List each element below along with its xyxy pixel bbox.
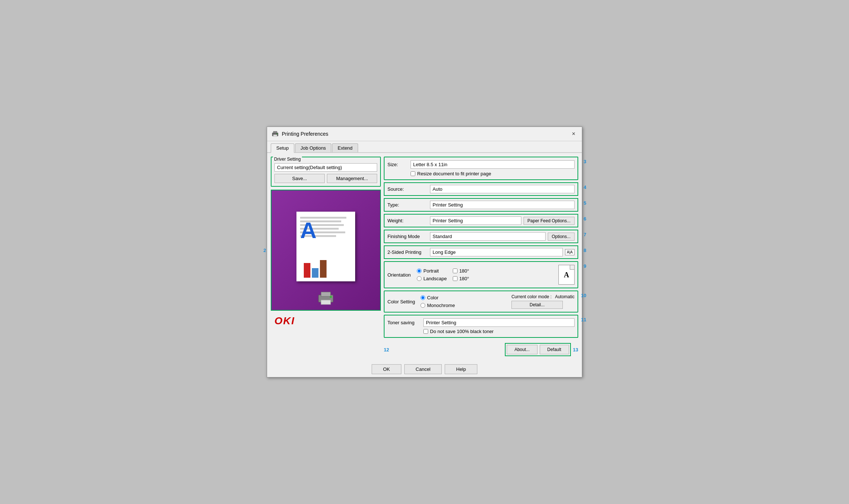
orientation-inner: Orientation Portrait Landscape	[387, 265, 575, 285]
tabs-bar: Setup Job Options Extend	[267, 141, 582, 153]
toner-section: Toner saving Printer Setting Do not save…	[384, 315, 578, 338]
color-section-wrapper: 10 Color Setting Color Monochrome	[384, 291, 578, 313]
finishing-dropdown[interactable]: Standard	[430, 232, 546, 241]
size-label: Size:	[387, 162, 408, 167]
toner-top-row: Toner saving Printer Setting	[387, 318, 575, 327]
ok-button[interactable]: OK	[372, 364, 401, 374]
landscape-label: Landscape	[423, 276, 447, 281]
two-sided-section-wrapper: 8 2-Sided Printing Long Edge A|A	[384, 245, 578, 259]
color-setting-label: Color Setting	[387, 299, 420, 304]
tab-setup[interactable]: Setup	[271, 143, 294, 153]
main-content: Driver Setting Current setting(Default s…	[267, 153, 582, 361]
toner-checkbox-label: Do not save 100% black toner	[430, 329, 493, 334]
color-inner: Color Setting Color Monochrome	[387, 294, 575, 309]
portrait-radio[interactable]	[417, 269, 422, 273]
footer-buttons: OK Cancel Help	[267, 361, 582, 377]
two-sided-label: 2-Sided Printing	[387, 249, 428, 255]
mono-label: Monochrome	[427, 303, 455, 308]
about-button[interactable]: About...	[507, 345, 537, 354]
two-sided-icon: A|A	[565, 249, 575, 255]
portrait-180-text: 180°	[459, 268, 469, 274]
source-section-wrapper: 4 Source: Auto	[384, 182, 578, 196]
oki-logo-area: OKI	[271, 314, 381, 328]
landscape-180-checkbox[interactable]	[453, 276, 458, 281]
section-number-5: 5	[584, 200, 586, 206]
color-detail-button[interactable]: Detail...	[511, 301, 563, 309]
landscape-180-label[interactable]: 180°	[453, 276, 469, 281]
two-sided-dropdown[interactable]: Long Edge	[430, 248, 563, 256]
orientation-letter: A	[564, 271, 569, 279]
color-radio-label[interactable]: Color	[420, 295, 455, 300]
management-button[interactable]: Management...	[327, 174, 377, 183]
current-color-mode-label: Current color mode :	[511, 294, 551, 299]
driver-setting-label: Driver Setting	[273, 157, 302, 162]
tab-job-options[interactable]: Job Options	[295, 143, 331, 152]
tab-extend[interactable]: Extend	[332, 143, 358, 152]
size-section-wrapper: 3 Size: Letter 8.5 x 11in Resize documen…	[384, 157, 578, 180]
oki-logo: OKI	[271, 313, 299, 329]
toner-label: Toner saving	[387, 320, 420, 325]
size-section: Size: Letter 8.5 x 11in Resize document …	[384, 157, 578, 180]
type-section: Type: Printer Setting	[384, 198, 578, 212]
title-bar: Printing Preferences ×	[267, 127, 582, 141]
printing-preferences-window: Printing Preferences × Setup Job Options…	[267, 127, 582, 377]
color-radio[interactable]	[420, 295, 425, 300]
finishing-section: Finishing Mode Standard Options...	[384, 230, 578, 243]
portrait-label: Portrait	[423, 268, 439, 274]
weight-section: Weight: Printer Setting Paper Feed Optio…	[384, 214, 578, 227]
section-number-2: 2	[263, 248, 266, 253]
type-label: Type:	[387, 202, 428, 208]
finishing-options-button[interactable]: Options...	[548, 233, 575, 241]
weight-section-wrapper: 6 Weight: Printer Setting Paper Feed Opt…	[384, 214, 578, 227]
preview-section: A	[271, 190, 381, 311]
section-number-9: 9	[584, 263, 586, 269]
paper-feed-options-button[interactable]: Paper Feed Options...	[524, 217, 575, 225]
close-button[interactable]: ×	[570, 130, 577, 138]
section-number-8: 8	[584, 248, 586, 253]
source-dropdown[interactable]: Auto	[430, 185, 575, 193]
driver-setting-dropdown[interactable]: Current setting(Default setting)	[274, 163, 377, 172]
color-right-info: Current color mode : Automatic Detail...	[511, 294, 575, 309]
resize-label: Resize document to fit printer page	[417, 171, 491, 176]
orientation-section: Orientation Portrait Landscape	[384, 261, 578, 288]
preview-letter-a: A	[300, 219, 317, 242]
left-panel: Driver Setting Current setting(Default s…	[271, 157, 381, 358]
portrait-radio-label[interactable]: Portrait	[417, 268, 447, 274]
toner-checkbox[interactable]	[423, 329, 428, 334]
save-button[interactable]: Save...	[274, 174, 325, 183]
type-dropdown[interactable]: Printer Setting	[430, 201, 575, 209]
mono-radio[interactable]	[420, 303, 425, 308]
window-title: Printing Preferences	[282, 131, 328, 137]
landscape-radio-label[interactable]: Landscape	[417, 276, 447, 281]
printer-icon	[272, 131, 279, 137]
cancel-button[interactable]: Cancel	[404, 364, 442, 374]
landscape-radio[interactable]	[417, 276, 422, 281]
resize-checkbox[interactable]	[411, 171, 415, 176]
preview-image: A	[271, 190, 381, 311]
help-button[interactable]: Help	[445, 364, 477, 374]
color-section: Color Setting Color Monochrome	[384, 291, 578, 313]
size-row: Size: Letter 8.5 x 11in	[387, 160, 575, 169]
source-section: Source: Auto	[384, 182, 578, 196]
section-number-6: 6	[584, 216, 586, 222]
default-button[interactable]: Default	[540, 345, 569, 354]
color-radios: Color Monochrome	[420, 295, 455, 308]
title-bar-left: Printing Preferences	[272, 131, 328, 137]
preview-paper: A	[296, 212, 355, 281]
section-number-11: 11	[581, 317, 586, 322]
portrait-180-label[interactable]: 180°	[453, 268, 469, 274]
color-label: Color	[427, 295, 438, 300]
toner-checkbox-row: Do not save 100% black toner	[423, 329, 575, 334]
svg-rect-3	[277, 134, 277, 134]
weight-dropdown[interactable]: Printer Setting	[430, 216, 521, 225]
preview-printer	[317, 291, 335, 306]
portrait-180-checkbox[interactable]	[453, 269, 458, 273]
right-panel: 3 Size: Letter 8.5 x 11in Resize documen…	[384, 157, 578, 358]
current-color-mode-text: Current color mode : Automatic	[511, 294, 575, 299]
size-dropdown[interactable]: Letter 8.5 x 11in	[411, 160, 575, 169]
toner-dropdown[interactable]: Printer Setting	[423, 318, 575, 327]
orientation-section-wrapper: 9 Orientation Portrait Landscape	[384, 261, 578, 288]
mono-radio-label[interactable]: Monochrome	[420, 303, 455, 308]
finishing-section-wrapper: 7 Finishing Mode Standard Options...	[384, 230, 578, 243]
orientation-checkboxes: 180° 180°	[453, 268, 469, 281]
